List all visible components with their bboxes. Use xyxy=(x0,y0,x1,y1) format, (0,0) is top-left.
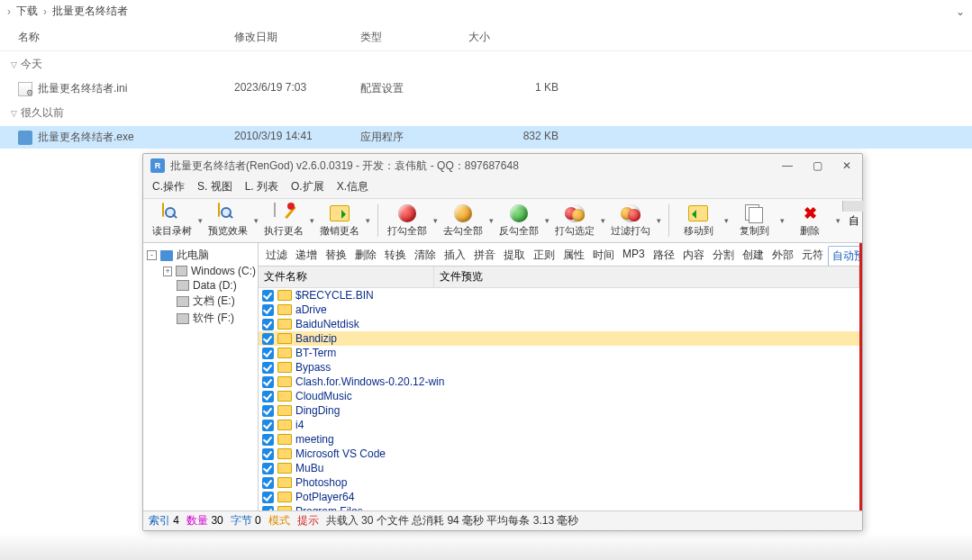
checkbox-icon[interactable] xyxy=(262,376,274,388)
list-item[interactable]: CloudMusic xyxy=(259,389,859,403)
list-item[interactable]: MuBu xyxy=(259,461,859,475)
menu-item[interactable]: S. 视图 xyxy=(197,179,232,194)
tree-node[interactable]: 文档 (E:) xyxy=(145,293,256,310)
tab-外部[interactable]: 外部 xyxy=(768,246,797,266)
col-type[interactable]: 类型 xyxy=(360,30,468,45)
group-header[interactable]: ▽很久以前 xyxy=(0,100,972,126)
list-item[interactable]: meeting xyxy=(259,432,859,447)
dropdown-arrow-icon[interactable]: ▾ xyxy=(363,216,372,225)
col-size[interactable]: 大小 xyxy=(468,30,559,45)
tab-自动预览[interactable]: 自动预览 xyxy=(828,246,859,266)
expand-toggle-icon[interactable]: - xyxy=(147,250,157,260)
list-item[interactable]: Microsoft VS Code xyxy=(259,447,859,461)
close-button[interactable]: ✕ xyxy=(839,159,855,172)
checkbox-icon[interactable] xyxy=(262,348,274,359)
tree-node[interactable]: -此电脑 xyxy=(145,247,256,264)
tab-过滤[interactable]: 过滤 xyxy=(262,246,291,266)
checkbox-icon[interactable] xyxy=(262,362,274,374)
check-sel-button[interactable]: 打勾选定 xyxy=(551,201,598,240)
breadcrumb[interactable]: › 下载 › 批量更名终结者 ⌄ xyxy=(0,0,972,23)
maximize-button[interactable]: ▢ xyxy=(809,159,826,172)
list-item[interactable]: i4 xyxy=(259,418,859,432)
dropdown-arrow-icon[interactable]: ▾ xyxy=(486,216,495,225)
menu-item[interactable]: L. 列表 xyxy=(245,179,278,194)
list-item[interactable]: PotPlayer64 xyxy=(259,490,859,504)
tab-删除[interactable]: 删除 xyxy=(351,246,380,266)
col-name[interactable]: 名称 xyxy=(18,30,234,45)
list-item[interactable]: Bandizip xyxy=(259,331,859,346)
expand-toggle-icon[interactable]: + xyxy=(163,266,172,276)
preview-button[interactable]: 预览效果 xyxy=(204,201,251,240)
checkbox-icon[interactable] xyxy=(262,319,274,330)
dropdown-arrow-icon[interactable]: ▾ xyxy=(777,216,786,225)
menu-item[interactable]: C.操作 xyxy=(152,179,185,194)
filter-checks-button[interactable]: 过滤打勾 xyxy=(607,201,654,240)
checkbox-icon[interactable] xyxy=(262,434,274,446)
tab-提取[interactable]: 提取 xyxy=(500,246,529,266)
tab-清除[interactable]: 清除 xyxy=(411,246,440,266)
uncheck-all-button[interactable]: 去勾全部 xyxy=(440,201,486,240)
tab-转换[interactable]: 转换 xyxy=(381,246,410,266)
checkbox-icon[interactable] xyxy=(262,304,274,316)
tree-node[interactable]: 软件 (F:) xyxy=(145,310,256,327)
tab-时间[interactable]: 时间 xyxy=(589,246,618,266)
dropdown-arrow-icon[interactable]: ▾ xyxy=(195,216,204,225)
checkbox-icon[interactable] xyxy=(262,463,274,474)
dropdown-arrow-icon[interactable]: ▾ xyxy=(431,216,440,225)
checkbox-icon[interactable] xyxy=(262,477,274,489)
chevron-down-icon[interactable]: ⌄ xyxy=(956,5,965,18)
tab-创建[interactable]: 创建 xyxy=(739,246,768,266)
titlebar[interactable]: R 批量更名终结者(RenGod) v2.6.0.0319 - 开发：袁伟航 -… xyxy=(143,154,862,177)
dropdown-arrow-icon[interactable]: ▾ xyxy=(654,216,663,225)
minimize-button[interactable]: — xyxy=(778,159,796,172)
tab-插入[interactable]: 插入 xyxy=(441,246,469,266)
menu-item[interactable]: O.扩展 xyxy=(291,179,324,194)
delete-button[interactable]: ✖删除 xyxy=(786,201,833,240)
tab-分割[interactable]: 分割 xyxy=(709,246,738,266)
invert-all-button[interactable]: 反勾全部 xyxy=(495,201,542,240)
tab-正则[interactable]: 正则 xyxy=(530,246,559,266)
list-item[interactable]: Clash.for.Windows-0.20.12-win xyxy=(259,375,859,389)
tab-MP3[interactable]: MP3 xyxy=(619,246,649,266)
menu-item[interactable]: X.信息 xyxy=(337,179,368,194)
list-item[interactable]: $RECYCLE.BIN xyxy=(259,288,859,303)
list-item[interactable]: BT-Term xyxy=(259,346,859,360)
tab-路径[interactable]: 路径 xyxy=(650,246,678,266)
side-tab[interactable]: 自 xyxy=(842,201,864,212)
col-file-preview[interactable]: 文件预览 xyxy=(434,266,859,287)
file-list[interactable]: $RECYCLE.BINaDriveBaiduNetdiskBandizipBT… xyxy=(259,288,859,510)
list-item[interactable]: aDrive xyxy=(259,303,859,317)
list-item[interactable]: Program Files xyxy=(259,504,859,510)
tab-拼音[interactable]: 拼音 xyxy=(470,246,499,266)
file-row[interactable]: 批量更名终结者.ini2023/6/19 7:03配置设置1 KB xyxy=(0,77,972,100)
check-all-button[interactable]: 打勾全部 xyxy=(384,201,431,240)
col-modified[interactable]: 修改日期 xyxy=(234,30,360,45)
list-item[interactable]: Bypass xyxy=(259,360,859,375)
checkbox-icon[interactable] xyxy=(262,420,274,431)
dropdown-arrow-icon[interactable]: ▾ xyxy=(722,216,731,225)
dropdown-arrow-icon[interactable]: ▾ xyxy=(251,216,260,225)
tree-node[interactable]: +Windows (C:) xyxy=(145,264,256,278)
checkbox-icon[interactable] xyxy=(262,333,274,345)
group-header[interactable]: ▽今天 xyxy=(0,51,972,77)
checkbox-icon[interactable] xyxy=(262,405,274,417)
dropdown-arrow-icon[interactable]: ▾ xyxy=(833,216,842,225)
list-item[interactable]: Photoshop xyxy=(259,475,859,490)
dropdown-arrow-icon[interactable]: ▾ xyxy=(598,216,607,225)
dropdown-arrow-icon[interactable]: ▾ xyxy=(307,216,316,225)
checkbox-icon[interactable] xyxy=(262,492,274,503)
tab-元符[interactable]: 元符 xyxy=(798,246,827,266)
tab-属性[interactable]: 属性 xyxy=(559,246,588,266)
checkbox-icon[interactable] xyxy=(262,506,274,511)
crumb-0[interactable]: 下载 xyxy=(16,4,38,19)
list-item[interactable]: DingDing xyxy=(259,403,859,418)
tree-node[interactable]: Data (D:) xyxy=(145,278,256,293)
undo-rename-button[interactable]: 撤销更名 xyxy=(316,201,363,240)
tab-内容[interactable]: 内容 xyxy=(679,246,708,266)
do-rename-button[interactable]: 执行更名 xyxy=(260,201,307,240)
folder-tree[interactable]: -此电脑+Windows (C:)Data (D:)文档 (E:)软件 (F:) xyxy=(143,243,259,510)
checkbox-icon[interactable] xyxy=(262,391,274,402)
checkbox-icon[interactable] xyxy=(262,448,274,460)
col-file-name[interactable]: 文件名称 xyxy=(259,266,434,287)
dropdown-arrow-icon[interactable]: ▾ xyxy=(542,216,551,225)
